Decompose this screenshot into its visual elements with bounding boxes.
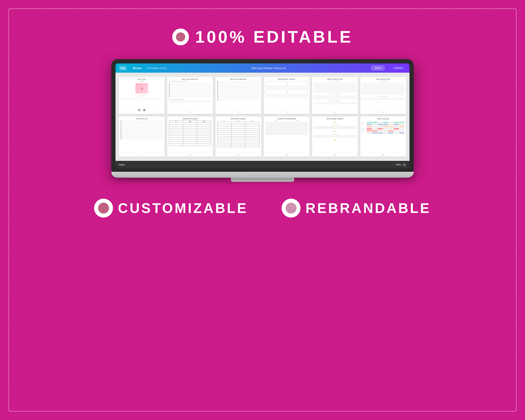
customizable-label: CUSTOMIZABLE [118, 200, 248, 216]
customizable-icon [94, 199, 113, 218]
page-7-title: THE HAPPY LIST [136, 118, 148, 120]
thoughts-grid: Date Thought Feeling [169, 120, 211, 146]
page-6-desc: Things I am grateful for today [379, 81, 387, 82]
page-2[interactable]: SELF LOVE CHECKLIST A checklist to help … [167, 77, 213, 114]
notes-label[interactable]: Notes [119, 163, 125, 166]
resize-button[interactable]: Resize [131, 66, 143, 71]
download-button[interactable]: ↓ Downlo [389, 66, 406, 70]
mf-bottom-boxes [265, 89, 308, 95]
page-6-number: 6 [360, 110, 406, 114]
page-7-number: 7 [119, 153, 165, 157]
page-2-lines [169, 82, 211, 98]
page-11-title: SELF ESTEEM JOURNAL [326, 118, 344, 120]
page-6-lines2 [362, 97, 404, 100]
page-12-number: 12 [360, 153, 406, 157]
mood-row-anxious: Anxious [362, 130, 404, 132]
rebrandable-icon [281, 199, 300, 218]
canva-header: File Resize All changes saved Self Love … [115, 63, 410, 73]
page-8[interactable]: THOUGHTS TRACKER Date Thought Feeling [167, 117, 213, 157]
editable-icon-inner [176, 32, 185, 42]
mood-row-tired: Tired [362, 132, 404, 134]
page-2-number: 2 [167, 110, 213, 114]
canvas-area: SELF LOVE JOURNAL 🌸 The journal belongs … [115, 73, 410, 161]
file-button[interactable]: File [119, 66, 127, 71]
customizable-icon-inner [98, 203, 109, 214]
esteem-lines2 [314, 135, 356, 138]
cover-heart-image: 🌸 [135, 83, 148, 94]
page-3-lines [217, 81, 260, 101]
laptop-body: File Resize All changes saved Self Love … [111, 59, 414, 172]
page-5-lines2 [314, 95, 356, 100]
star-icon-1: ★ [334, 121, 336, 123]
laptop-base [111, 172, 414, 178]
page-1-actions: ⧉ 🗑 [119, 108, 165, 112]
laptop-notch [242, 173, 283, 176]
laptop-mockup: File Resize All changes saved Self Love … [111, 59, 414, 182]
rebrandable-label: REBRANDABLE [306, 200, 431, 216]
page-5[interactable]: WEEKLY REFLECTION Things that made me ha… [312, 77, 358, 114]
page-3-number: 3 [216, 110, 261, 114]
page-12[interactable]: MOOD TRACKER M T W T F S S [360, 117, 406, 157]
share-button[interactable]: Share [371, 65, 385, 71]
customizable-item: CUSTOMIZABLE [94, 199, 248, 218]
mood-row-calm: Calm [362, 124, 404, 125]
page-10-number: 10 [264, 153, 309, 157]
delete-icon[interactable]: 🗑 [143, 109, 146, 112]
page-7[interactable]: THE HAPPY LIST [119, 117, 165, 157]
page-1-cover[interactable]: SELF LOVE JOURNAL 🌸 The journal belongs … [119, 77, 165, 114]
laptop-stand-wrapper [111, 178, 414, 182]
page-5-title: WEEKLY REFLECTION [327, 79, 343, 80]
page-8-title: THOUGHTS TRACKER [182, 118, 198, 120]
bottom-controls: ⊙ 100% ⊞ [392, 163, 406, 166]
page-7-lines [121, 120, 163, 140]
mood-day-labels: M T W T F S S [362, 120, 404, 121]
page-9-title: GRATITUDE JOURNAL [231, 118, 246, 120]
star-icon-3: ★ [334, 139, 336, 141]
laptop-foot [231, 178, 294, 180]
esteem-prompt2: Write as much as you like [331, 134, 338, 135]
copy-icon[interactable]: ⧉ [138, 109, 141, 112]
zoom-level: 100% [396, 164, 401, 166]
star-icon-2: ★ [334, 130, 336, 132]
page-1-number [119, 112, 165, 114]
canvas-bottom-bar: Notes ⊙ 100% ⊞ [115, 161, 410, 168]
page-1-subtitle: JOURNAL [140, 81, 144, 82]
editable-icon [172, 28, 189, 45]
laptop-stand [231, 178, 294, 182]
page-11[interactable]: SELF ESTEEM JOURNAL ★ Write as much as y… [312, 117, 358, 157]
page-6-lines [362, 82, 404, 95]
page-5-number: 5 [312, 110, 358, 114]
page-9[interactable]: GRATITUDE JOURNAL Grateful for Why grate… [216, 117, 261, 157]
mf-top-boxes [265, 81, 308, 86]
header-section: 100% EDITABLE [172, 27, 353, 47]
save-status: All changes saved [147, 67, 166, 69]
page-5-lines3 [314, 102, 356, 105]
footer-section: CUSTOMIZABLE REBRANDABLE [94, 199, 431, 218]
esteem-lines1 [314, 126, 356, 129]
document-title: Self Love Planner Canva A4 [170, 66, 367, 70]
page-4-number: 4 [264, 110, 309, 114]
page-11-number: 11 [312, 153, 358, 157]
editable-label: 100% EDITABLE [195, 27, 353, 47]
page-4[interactable]: MINDFULNESS JOURNAL [264, 77, 309, 114]
letter-header: Dear Me Dear Other [265, 120, 308, 121]
page-10[interactable]: LETTER OF FORGIVENESS Dear Me Dear Other [264, 117, 309, 157]
mood-row-happy: Happy [362, 121, 404, 123]
rebrandable-icon-inner [286, 203, 297, 214]
mood-row-sad: Sad [362, 126, 404, 128]
page-6-desc2: What can I do to improve tomorrow [378, 96, 388, 97]
page-6[interactable]: DAILY REFLECTION Things I am grateful fo… [360, 77, 406, 114]
page-5-desc2: Things I want to improve about myself [330, 94, 340, 94]
page-3[interactable]: SELF LOVE CHECKLIST [216, 77, 261, 114]
page-6-title: DAILY REFLECTION [376, 79, 390, 80]
page-8-number: 8 [167, 153, 213, 157]
page-5-desc3: How did I take care of myself this week [329, 100, 340, 101]
page-2-desc: A checklist to help you practice self lo… [169, 81, 211, 82]
page-4-title: MINDFULNESS JOURNAL [278, 79, 295, 80]
page-5-desc: Things that made me happy this week [330, 81, 340, 82]
gratitude-header: Grateful for Why grateful How it helps [217, 120, 260, 121]
star-row-2: ★ [334, 130, 337, 132]
page-10-title: LETTER OF FORGIVENESS [277, 118, 296, 120]
page-12-title: MOOD TRACKER [377, 118, 389, 120]
page-10-lines [265, 121, 308, 135]
